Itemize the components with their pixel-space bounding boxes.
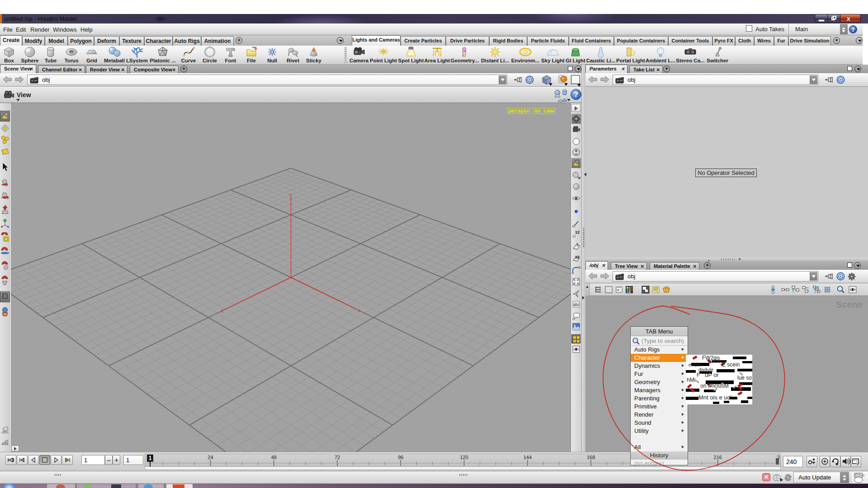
svg-text:144: 144 [524, 455, 532, 460]
svg-text:24: 24 [208, 455, 213, 460]
svg-text:abc: abc [573, 302, 580, 307]
svg-text:216: 216 [714, 455, 722, 460]
svg-text:123: 123 [860, 474, 864, 477]
svg-text:96: 96 [398, 455, 403, 460]
svg-text:72: 72 [335, 455, 340, 460]
svg-text:168: 168 [587, 455, 595, 460]
svg-text:120: 120 [460, 455, 468, 460]
svg-text:z: z [221, 308, 224, 314]
svg-text:x: x [358, 308, 361, 314]
svg-text:12: 12 [575, 230, 580, 235]
svg-text:48: 48 [271, 455, 277, 460]
svg-text:12: 12 [575, 255, 580, 259]
svg-text:y: y [289, 192, 292, 198]
